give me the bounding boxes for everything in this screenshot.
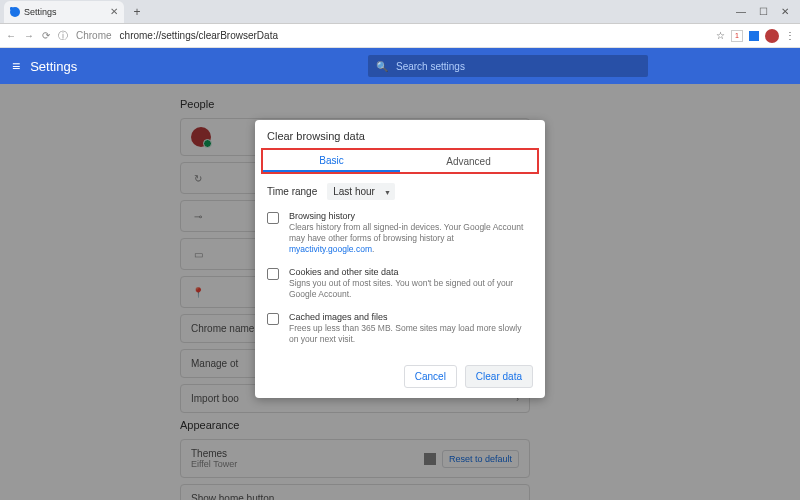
- url-path[interactable]: chrome://settings/clearBrowserData: [120, 30, 278, 41]
- time-range-select[interactable]: Last hour ▼: [327, 186, 395, 197]
- opt2-title: Cookies and other site data: [289, 267, 533, 277]
- tab-title: Settings: [24, 7, 57, 17]
- time-range-value: Last hour: [327, 183, 395, 200]
- myactivity-link[interactable]: myactivity.google.com: [289, 244, 372, 254]
- url-scheme: Chrome: [76, 30, 112, 41]
- opt1-title: Browsing history: [289, 211, 533, 221]
- opt3-sub: Frees up less than 365 MB. Some sites ma…: [289, 323, 533, 345]
- bookmark-star-icon[interactable]: ☆: [716, 30, 725, 41]
- checkbox-browsing-history[interactable]: [267, 212, 279, 224]
- profile-avatar-icon[interactable]: [765, 29, 779, 43]
- page-title: Settings: [30, 59, 77, 74]
- checkbox-cache[interactable]: [267, 313, 279, 325]
- cancel-button[interactable]: Cancel: [404, 365, 457, 388]
- search-placeholder: Search settings: [396, 61, 465, 72]
- opt2-sub: Signs you out of most sites. You won't b…: [289, 278, 533, 300]
- checkbox-cookies[interactable]: [267, 268, 279, 280]
- hamburger-icon[interactable]: ≡: [12, 58, 20, 74]
- menu-icon[interactable]: ⋮: [785, 30, 794, 41]
- clear-data-button[interactable]: Clear data: [465, 365, 533, 388]
- opt3-title: Cached images and files: [289, 312, 533, 322]
- modal-overlay: Clear browsing data Basic Advanced Time …: [0, 84, 800, 500]
- back-button[interactable]: ←: [6, 30, 16, 41]
- time-range-label: Time range: [267, 186, 317, 197]
- dialog-title: Clear browsing data: [255, 120, 545, 148]
- dialog-tabs-highlight: Basic Advanced: [261, 148, 539, 174]
- search-input[interactable]: 🔍 Search settings: [368, 55, 648, 77]
- window-close-button[interactable]: ✕: [778, 6, 792, 17]
- tab-basic[interactable]: Basic: [263, 150, 400, 172]
- tab-advanced[interactable]: Advanced: [400, 150, 537, 172]
- maximize-button[interactable]: ☐: [756, 6, 770, 17]
- browser-tab[interactable]: Settings ✕: [4, 1, 124, 23]
- settings-icon: [10, 7, 20, 17]
- minimize-button[interactable]: —: [734, 6, 748, 17]
- close-tab-icon[interactable]: ✕: [110, 6, 118, 17]
- new-tab-button[interactable]: +: [128, 3, 146, 21]
- forward-button[interactable]: →: [24, 30, 34, 41]
- extension-icon[interactable]: [749, 31, 759, 41]
- extension-badge[interactable]: 1: [731, 30, 743, 42]
- search-icon: 🔍: [376, 61, 388, 72]
- reload-button[interactable]: ⟳: [42, 30, 50, 41]
- clear-browsing-data-dialog: Clear browsing data Basic Advanced Time …: [255, 120, 545, 398]
